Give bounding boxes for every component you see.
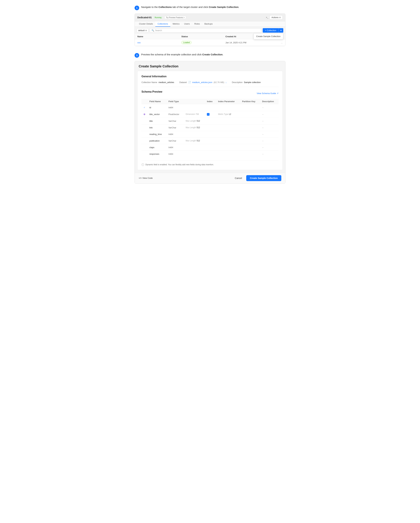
field-type: FloatVector [167,111,184,118]
table-row: xxx Loaded Jan 14, 2025 4:21 PM ... [135,39,285,46]
field-name: reading_time [147,131,167,138]
index-param-cell [216,118,240,124]
view-code-button[interactable]: </> View Code [139,177,153,179]
cluster-tabs: Cluster Details Collections Metrics User… [135,21,285,27]
tab-collections[interactable]: Collections [155,21,170,27]
field-name: publication [147,138,167,144]
step3-badge: 3 [135,53,139,58]
schema-row: link VarChar Max Length512 -- [141,124,279,131]
running-badge: Running [153,16,163,19]
field-name: title [147,118,167,124]
external-link-icon: ↗ [277,92,279,95]
step3-text: Preview the schema of the example collec… [141,53,223,57]
info-row: Collection Name medium_articles Dataset … [141,81,279,83]
schema-row: responses Int64 -- [141,151,279,157]
field-type: VarChar [167,138,184,144]
tab-cluster-details[interactable]: Cluster Details [137,21,155,27]
create-collection-group: + Collection ▼ Create Sample Collection [263,28,283,33]
field-type: Int64 [167,131,184,138]
create-sample-panel: Create Sample Collection General Informa… [135,61,285,184]
status-badge: Loaded [181,41,192,44]
general-info-title: General Information [141,75,279,78]
index-param-cell: Metric TypeL2 [216,111,240,118]
collection-arrow-button[interactable]: ▼ [279,28,283,33]
terminal-icon[interactable]: >_ [266,16,268,19]
vector-icon: ⊕ [144,113,145,115]
dataset-file: medium_articles.json [192,81,212,83]
preview-badge[interactable]: Try Preview Features > [164,16,186,19]
index-param-cell [216,131,240,138]
tab-metrics[interactable]: Metrics [170,21,182,27]
actions-button[interactable]: Actions ∨ [270,15,283,19]
description-info: Description Sample collection [232,81,261,83]
index-checkbox: ✓ [207,113,210,116]
dynamic-field-notice: i Dynamic field is enabled. You can flex… [141,161,279,166]
field-name: responses [147,151,167,157]
tab-backups[interactable]: Backups [202,21,215,27]
inner-card: General Information Collection Name medi… [137,71,283,170]
tab-users[interactable]: Users [182,21,192,27]
download-icon[interactable]: ↓ [226,81,227,83]
partition-key-cell [240,111,260,118]
description-cell: -- [260,144,279,151]
partition-key-cell [240,151,260,157]
index-param-cell [216,138,240,144]
dataset-size: (62.76 MB) [214,81,224,83]
collection-name-link[interactable]: xxx [137,41,181,44]
step1-row: 1 Navigate to the Collections tab of the… [135,5,285,10]
collection-dropdown: Create Sample Collection [253,33,283,39]
collection-button[interactable]: + Collection [263,28,279,33]
index-param-cell [216,144,240,151]
description-value: Sample collection [244,81,261,83]
file-icon: 📄 [188,81,191,83]
field-name: link [147,124,167,131]
created-at: Jan 14, 2025 4:21 PM [226,41,269,44]
partition-key-cell [240,124,260,131]
description-cell: -- [260,131,279,138]
index-cell [205,138,216,144]
index-cell [205,151,216,157]
cluster-header: Dedicated-01 Running Try Preview Feature… [135,14,285,21]
index-cell [205,124,216,131]
index-cell [205,118,216,124]
scope-select[interactable]: default ∨ [137,28,148,33]
index-param-cell [216,151,240,157]
cancel-button[interactable]: Cancel [232,175,245,181]
schema-row: ♂ id Int64 -- [141,104,279,111]
search-box[interactable]: 🔍 Search [150,28,261,33]
toolbar-row: default ∨ 🔍 Search + Collection ▼ Create… [135,27,285,34]
field-type: Int64 [167,104,184,111]
create-sample-collection-menu-item[interactable]: Create Sample Collection [254,33,283,39]
info-circle-icon: i [141,163,144,166]
step3-row: 3 Preview the schema of the example coll… [135,53,285,58]
field-type: VarChar [167,118,184,124]
field-name: claps [147,144,167,151]
row-actions[interactable]: ... [269,41,283,44]
schema-preview-title: Schema Preview [141,90,162,93]
footer-right: Cancel Create Sample Collection [232,175,281,181]
schema-row: claps Int64 -- [141,144,279,151]
index-cell [205,144,216,151]
cluster-name: Dedicated-01 [137,16,152,19]
search-icon: 🔍 [152,29,154,32]
partition-key-cell [240,144,260,151]
create-panel-title: Create Sample Collection [135,61,285,71]
dataset-info: Dataset 📄 medium_articles.json (62.76 MB… [179,81,227,83]
schema-row: reading_time Int64 -- [141,131,279,138]
partition-key-cell [240,131,260,138]
description-cell: -- [260,104,279,111]
tab-roles[interactable]: Roles [192,21,202,27]
cluster-header-right: >_ Actions ∨ [266,15,283,19]
field-name: title_vector [147,111,167,118]
field-type: VarChar [167,124,184,131]
description-cell: -- [260,138,279,144]
partition-key-cell [240,138,260,144]
field-name: id [147,104,167,111]
partition-key-cell [240,104,260,111]
description-cell: -- [260,151,279,157]
create-sample-collection-button[interactable]: Create Sample Collection [246,175,281,181]
divider [141,87,279,87]
schema-row: title VarChar Max Length512 -- [141,118,279,124]
view-schema-guide-link[interactable]: View Schema Guide ↗ [257,92,279,95]
index-cell: ✓ [205,111,216,118]
